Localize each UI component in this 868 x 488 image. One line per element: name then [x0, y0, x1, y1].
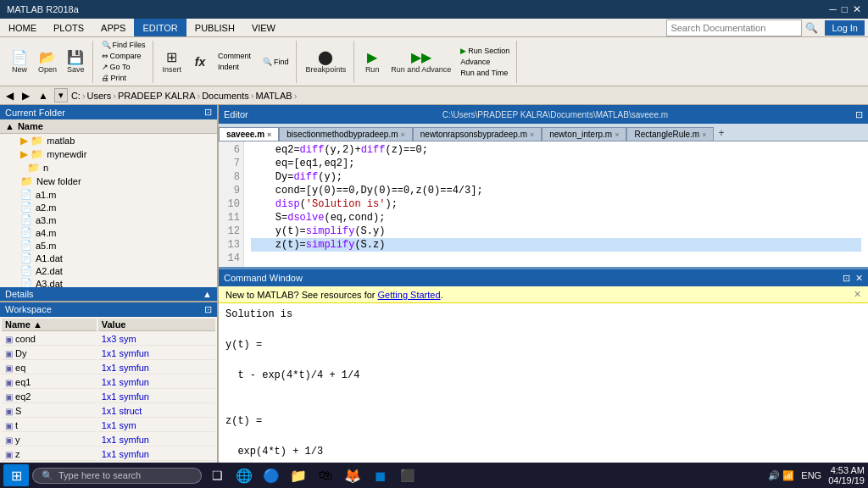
workspace-row[interactable]: ▣ eq2 1x1 symfun	[2, 391, 215, 403]
menu-editor[interactable]: EDITOR	[134, 19, 186, 36]
fx-button[interactable]: fx	[187, 52, 213, 72]
folder-n[interactable]: 📁 n	[0, 161, 217, 175]
path-docs[interactable]: Documents	[202, 91, 249, 101]
find-files-button[interactable]: 🔍 Find Files	[98, 40, 149, 50]
go-to-button[interactable]: ↗ Go To	[98, 62, 149, 72]
doc-search-input[interactable]	[666, 19, 802, 36]
terminal-button[interactable]: ⬛	[395, 464, 419, 486]
path-users[interactable]: Users	[87, 91, 112, 101]
tab-saveee[interactable]: saveee.m ×	[219, 127, 279, 141]
maximize-button[interactable]: □	[842, 3, 848, 15]
new-button[interactable]: 📄 New	[7, 47, 32, 76]
workspace-row[interactable]: ▣ S 1x1 struct	[2, 405, 215, 418]
menu-view[interactable]: VIEW	[243, 19, 284, 36]
menu-home[interactable]: HOME	[0, 19, 45, 36]
workspace-row[interactable]: ▣ y 1x1 symfun	[2, 434, 215, 446]
code-area[interactable]: eq2=diff(y,2)+diff(z)==0; eq=[eq1,eq2]; …	[244, 141, 868, 267]
find-button[interactable]: 🔍 Find	[259, 57, 292, 67]
path-matlab[interactable]: MATLAB	[255, 91, 292, 101]
menu-apps[interactable]: APPS	[92, 19, 134, 36]
tab-newton[interactable]: newtonrapsonsbypradeep.m ×	[413, 127, 542, 141]
run-time-button[interactable]: Run and Time	[457, 68, 513, 78]
chrome-icon: 🔵	[263, 468, 280, 484]
workspace-row[interactable]: ▣ z 1x1 symfun	[2, 448, 215, 461]
advance-button[interactable]: Advance	[457, 57, 513, 67]
folder-new[interactable]: 📁 New folder	[0, 175, 217, 188]
login-button[interactable]: Log In	[825, 20, 865, 36]
compare-button[interactable]: ⇔ Compare	[98, 51, 149, 61]
output-solution-is: Solution is	[225, 307, 861, 322]
breakpoints-button[interactable]: ⬤ Breakpoints	[302, 47, 351, 76]
firefox-button[interactable]: 🦊	[341, 464, 364, 486]
workspace-row[interactable]: ▣ eq1 1x1 symfun	[2, 376, 215, 389]
store-button[interactable]: 🛍	[314, 464, 337, 486]
browse-button[interactable]: ▾	[54, 88, 68, 103]
nav-back-button[interactable]: ◀	[3, 89, 16, 103]
command-close-icon[interactable]: ✕	[855, 273, 863, 284]
task-view-button[interactable]: ❑	[205, 464, 229, 486]
tab-close-newton[interactable]: ×	[530, 130, 534, 139]
ws-col-name[interactable]: Name ▲	[2, 319, 97, 331]
tab-close-saveee[interactable]: ×	[267, 130, 271, 139]
command-expand-icon[interactable]: ⊡	[843, 273, 850, 284]
panel-expand-icon[interactable]: ⊡	[204, 107, 212, 118]
workspace-expand-icon[interactable]: ⊡	[204, 304, 212, 315]
tab-close-rectangle[interactable]: ×	[702, 130, 706, 139]
open-button[interactable]: 📂 Open	[34, 47, 61, 76]
editor-expand-icon[interactable]: ⊡	[855, 109, 863, 120]
tab-rectangle[interactable]: RectangleRule.m ×	[626, 127, 714, 141]
ws-col-value[interactable]: Value	[98, 319, 215, 331]
print-button[interactable]: 🖨 Print	[98, 73, 149, 83]
path-c[interactable]: C:	[71, 91, 81, 101]
file-a3dat[interactable]: 📄 A3.dat	[0, 277, 217, 287]
minimize-button[interactable]: ─	[829, 3, 837, 15]
workspace-row[interactable]: ▣ Dy 1x1 symfun	[2, 347, 215, 360]
nav-forward-button[interactable]: ▶	[19, 89, 32, 103]
workspace-row[interactable]: ▣ t 1x1 sym	[2, 419, 215, 432]
comment-button[interactable]: Comment	[214, 51, 254, 61]
workspace-row[interactable]: ▣ cond 1x3 sym	[2, 333, 215, 346]
indent-button[interactable]: Indent	[214, 62, 254, 72]
run-advance-button[interactable]: ▶▶ Run and Advance	[387, 47, 455, 76]
insert-button[interactable]: ⊞ Insert	[159, 47, 186, 76]
run-button[interactable]: ▶ Run	[359, 47, 385, 76]
file-tree: ▲ Name ▶ 📁 matlab ▶ 📁 mynewdir 📁 n 📁 New…	[0, 119, 217, 287]
menu-publish[interactable]: PUBLISH	[186, 19, 243, 36]
file-a1m[interactable]: 📄 a1.m	[0, 188, 217, 201]
save-button[interactable]: 💾 Save	[63, 47, 89, 76]
tab-bisection[interactable]: bisectionmethodbypradeep.m ×	[279, 127, 412, 141]
taskbar: ⊞ 🔍 Type here to search ❑ 🌐 🔵 📁 🛍 🦊 ◼ ⬛ …	[0, 463, 868, 488]
firefox-icon: 🦊	[344, 468, 361, 484]
command-header: Command Window ⊡ ✕	[219, 269, 868, 286]
edge-button[interactable]: 🌐	[232, 464, 256, 486]
start-button[interactable]: ⊞	[3, 464, 29, 486]
file-a5m[interactable]: 📄 a5.m	[0, 239, 217, 252]
file-a2dat[interactable]: 📄 A2.dat	[0, 264, 217, 277]
file-a3m[interactable]: 📄 a3.m	[0, 214, 217, 226]
close-button[interactable]: ✕	[853, 3, 861, 15]
tab-close-bisection[interactable]: ×	[401, 130, 405, 139]
nav-up-button[interactable]: ▲	[36, 89, 51, 103]
explorer-button[interactable]: 📁	[287, 464, 310, 486]
taskbar-search[interactable]: 🔍 Type here to search	[32, 468, 202, 484]
editor-content[interactable]: 6 7 8 9 10 11 12 13 14 eq2=diff(y,2)+dif…	[219, 141, 868, 267]
folder-matlab[interactable]: ▶ 📁 matlab	[0, 134, 217, 147]
path-user[interactable]: PRADEEP KALRA	[118, 91, 196, 101]
file-a4m[interactable]: 📄 a4.m	[0, 226, 217, 239]
workspace-row[interactable]: ▣ eq 1x1 symfun	[2, 362, 215, 374]
tab-interp[interactable]: newton_interp.m ×	[542, 127, 626, 141]
vscode-button[interactable]: ◼	[368, 464, 392, 486]
banner-close-icon[interactable]: ✕	[854, 289, 861, 300]
tab-close-interp[interactable]: ×	[615, 130, 619, 139]
run-section-button[interactable]: ▶ Run Section	[457, 46, 513, 56]
output-zt-value: exp(4*t) + 1/3	[225, 444, 861, 459]
menu-plots[interactable]: PLOTS	[45, 19, 92, 36]
details-expand-icon[interactable]: ▲	[203, 289, 212, 299]
chrome-button[interactable]: 🔵	[259, 464, 283, 486]
tab-add-button[interactable]: +	[714, 125, 728, 141]
file-a1dat[interactable]: 📄 A1.dat	[0, 252, 217, 264]
getting-started-link[interactable]: Getting Started	[378, 290, 441, 300]
file-a2m[interactable]: 📄 a2.m	[0, 201, 217, 214]
folder-mynewdir[interactable]: ▶ 📁 mynewdir	[0, 147, 217, 161]
file-icon: 📄	[20, 189, 32, 200]
